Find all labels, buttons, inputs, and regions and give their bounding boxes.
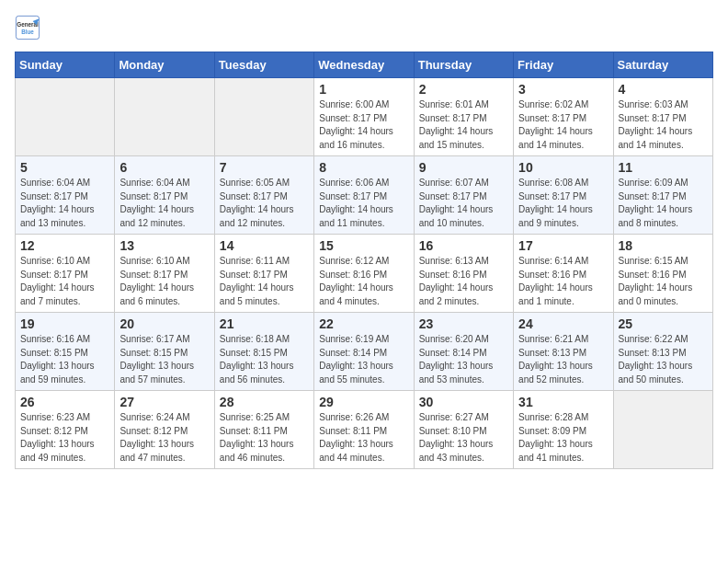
day-info: Sunrise: 6:01 AM Sunset: 8:17 PM Dayligh… xyxy=(419,98,508,152)
day-header-sunday: Sunday xyxy=(16,52,115,78)
day-number: 18 xyxy=(619,238,708,253)
day-number: 28 xyxy=(220,395,309,409)
day-number: 14 xyxy=(220,238,309,253)
calendar-cell: 13Sunrise: 6:10 AM Sunset: 8:17 PM Dayli… xyxy=(115,235,214,313)
day-info: Sunrise: 6:07 AM Sunset: 8:17 PM Dayligh… xyxy=(419,177,508,230)
day-info: Sunrise: 6:12 AM Sunset: 8:16 PM Dayligh… xyxy=(319,255,408,308)
day-info: Sunrise: 6:11 AM Sunset: 8:17 PM Dayligh… xyxy=(220,255,309,308)
day-header-saturday: Saturday xyxy=(613,52,712,78)
calendar-cell: 7Sunrise: 6:05 AM Sunset: 8:17 PM Daylig… xyxy=(214,156,313,235)
day-number: 12 xyxy=(20,238,109,253)
day-number: 9 xyxy=(419,160,508,175)
day-info: Sunrise: 6:20 AM Sunset: 8:14 PM Dayligh… xyxy=(419,333,508,386)
day-info: Sunrise: 6:14 AM Sunset: 8:16 PM Dayligh… xyxy=(518,255,608,308)
day-info: Sunrise: 6:17 AM Sunset: 8:15 PM Dayligh… xyxy=(119,333,209,386)
calendar-cell: 9Sunrise: 6:07 AM Sunset: 8:17 PM Daylig… xyxy=(414,156,513,235)
calendar-cell: 10Sunrise: 6:08 AM Sunset: 8:17 PM Dayli… xyxy=(514,156,613,235)
logo: General Blue xyxy=(15,15,44,40)
day-number: 20 xyxy=(119,316,209,331)
calendar-cell: 26Sunrise: 6:23 AM Sunset: 8:12 PM Dayli… xyxy=(16,391,115,469)
calendar-cell: 6Sunrise: 6:04 AM Sunset: 8:17 PM Daylig… xyxy=(115,156,214,235)
day-info: Sunrise: 6:06 AM Sunset: 8:17 PM Dayligh… xyxy=(319,177,408,230)
day-info: Sunrise: 6:03 AM Sunset: 8:17 PM Dayligh… xyxy=(619,98,708,152)
day-info: Sunrise: 6:19 AM Sunset: 8:14 PM Dayligh… xyxy=(319,333,408,386)
calendar-week-row: 12Sunrise: 6:10 AM Sunset: 8:17 PM Dayli… xyxy=(16,235,713,313)
day-info: Sunrise: 6:28 AM Sunset: 8:09 PM Dayligh… xyxy=(518,411,608,465)
day-info: Sunrise: 6:26 AM Sunset: 8:11 PM Dayligh… xyxy=(319,411,408,465)
day-info: Sunrise: 6:00 AM Sunset: 8:17 PM Dayligh… xyxy=(319,98,408,152)
day-info: Sunrise: 6:25 AM Sunset: 8:11 PM Dayligh… xyxy=(220,411,309,465)
day-header-monday: Monday xyxy=(115,52,214,78)
day-info: Sunrise: 6:08 AM Sunset: 8:17 PM Dayligh… xyxy=(518,177,608,230)
calendar-cell: 29Sunrise: 6:26 AM Sunset: 8:11 PM Dayli… xyxy=(314,391,414,469)
day-number: 3 xyxy=(518,82,608,97)
calendar-cell xyxy=(214,78,313,156)
day-number: 19 xyxy=(20,316,109,331)
calendar-cell xyxy=(16,78,115,156)
day-info: Sunrise: 6:13 AM Sunset: 8:16 PM Dayligh… xyxy=(419,255,508,308)
day-number: 30 xyxy=(419,395,508,409)
day-number: 25 xyxy=(619,316,708,331)
calendar-cell: 24Sunrise: 6:21 AM Sunset: 8:13 PM Dayli… xyxy=(514,313,613,391)
calendar-cell: 23Sunrise: 6:20 AM Sunset: 8:14 PM Dayli… xyxy=(414,313,513,391)
calendar-cell: 2Sunrise: 6:01 AM Sunset: 8:17 PM Daylig… xyxy=(414,78,513,156)
day-number: 15 xyxy=(319,238,408,253)
day-header-wednesday: Wednesday xyxy=(314,52,414,78)
calendar-cell: 21Sunrise: 6:18 AM Sunset: 8:15 PM Dayli… xyxy=(214,313,313,391)
day-info: Sunrise: 6:09 AM Sunset: 8:17 PM Dayligh… xyxy=(619,177,708,230)
calendar-cell: 18Sunrise: 6:15 AM Sunset: 8:16 PM Dayli… xyxy=(613,235,712,313)
day-info: Sunrise: 6:10 AM Sunset: 8:17 PM Dayligh… xyxy=(119,255,209,308)
svg-rect-0 xyxy=(16,16,39,39)
calendar-cell: 20Sunrise: 6:17 AM Sunset: 8:15 PM Dayli… xyxy=(115,313,214,391)
day-number: 6 xyxy=(119,160,209,175)
day-number: 24 xyxy=(518,316,608,331)
day-number: 11 xyxy=(619,160,708,175)
calendar-cell: 25Sunrise: 6:22 AM Sunset: 8:13 PM Dayli… xyxy=(613,313,712,391)
day-number: 10 xyxy=(518,160,608,175)
calendar-cell xyxy=(613,391,712,469)
day-header-friday: Friday xyxy=(514,52,613,78)
calendar-week-row: 19Sunrise: 6:16 AM Sunset: 8:15 PM Dayli… xyxy=(16,313,713,391)
day-info: Sunrise: 6:04 AM Sunset: 8:17 PM Dayligh… xyxy=(20,177,109,230)
day-info: Sunrise: 6:05 AM Sunset: 8:17 PM Dayligh… xyxy=(220,177,309,230)
calendar-cell: 30Sunrise: 6:27 AM Sunset: 8:10 PM Dayli… xyxy=(414,391,513,469)
day-info: Sunrise: 6:16 AM Sunset: 8:15 PM Dayligh… xyxy=(20,333,109,386)
day-number: 27 xyxy=(119,395,209,409)
page-header: General Blue xyxy=(15,15,713,40)
day-info: Sunrise: 6:04 AM Sunset: 8:17 PM Dayligh… xyxy=(119,177,209,230)
day-number: 26 xyxy=(20,395,109,409)
calendar-cell: 5Sunrise: 6:04 AM Sunset: 8:17 PM Daylig… xyxy=(16,156,115,235)
calendar-week-row: 26Sunrise: 6:23 AM Sunset: 8:12 PM Dayli… xyxy=(16,391,713,469)
calendar-cell: 15Sunrise: 6:12 AM Sunset: 8:16 PM Dayli… xyxy=(314,235,414,313)
day-info: Sunrise: 6:23 AM Sunset: 8:12 PM Dayligh… xyxy=(20,411,109,465)
calendar-week-row: 1Sunrise: 6:00 AM Sunset: 8:17 PM Daylig… xyxy=(16,78,713,156)
day-info: Sunrise: 6:18 AM Sunset: 8:15 PM Dayligh… xyxy=(220,333,309,386)
calendar-cell: 8Sunrise: 6:06 AM Sunset: 8:17 PM Daylig… xyxy=(314,156,414,235)
calendar-cell: 28Sunrise: 6:25 AM Sunset: 8:11 PM Dayli… xyxy=(214,391,313,469)
calendar-cell: 14Sunrise: 6:11 AM Sunset: 8:17 PM Dayli… xyxy=(214,235,313,313)
day-header-thursday: Thursday xyxy=(414,52,513,78)
calendar-cell: 31Sunrise: 6:28 AM Sunset: 8:09 PM Dayli… xyxy=(514,391,613,469)
calendar-week-row: 5Sunrise: 6:04 AM Sunset: 8:17 PM Daylig… xyxy=(16,156,713,235)
day-info: Sunrise: 6:22 AM Sunset: 8:13 PM Dayligh… xyxy=(619,333,708,386)
calendar-cell: 1Sunrise: 6:00 AM Sunset: 8:17 PM Daylig… xyxy=(314,78,414,156)
calendar-table: SundayMondayTuesdayWednesdayThursdayFrid… xyxy=(15,52,713,469)
calendar-cell: 4Sunrise: 6:03 AM Sunset: 8:17 PM Daylig… xyxy=(613,78,712,156)
day-number: 21 xyxy=(220,316,309,331)
day-number: 13 xyxy=(119,238,209,253)
svg-text:Blue: Blue xyxy=(21,29,34,35)
day-number: 22 xyxy=(319,316,408,331)
calendar-cell: 12Sunrise: 6:10 AM Sunset: 8:17 PM Dayli… xyxy=(16,235,115,313)
day-info: Sunrise: 6:10 AM Sunset: 8:17 PM Dayligh… xyxy=(20,255,109,308)
day-info: Sunrise: 6:24 AM Sunset: 8:12 PM Dayligh… xyxy=(119,411,209,465)
calendar-cell: 19Sunrise: 6:16 AM Sunset: 8:15 PM Dayli… xyxy=(16,313,115,391)
day-number: 1 xyxy=(319,82,408,97)
day-number: 7 xyxy=(220,160,309,175)
day-number: 23 xyxy=(419,316,508,331)
day-number: 5 xyxy=(20,160,109,175)
day-number: 8 xyxy=(319,160,408,175)
day-number: 4 xyxy=(619,82,708,97)
day-info: Sunrise: 6:02 AM Sunset: 8:17 PM Dayligh… xyxy=(518,98,608,152)
day-info: Sunrise: 6:15 AM Sunset: 8:16 PM Dayligh… xyxy=(619,255,708,308)
day-info: Sunrise: 6:27 AM Sunset: 8:10 PM Dayligh… xyxy=(419,411,508,465)
